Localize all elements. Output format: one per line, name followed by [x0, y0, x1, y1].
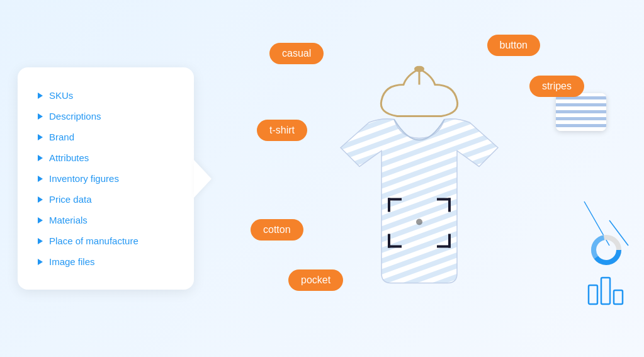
list-item-label: Brand [49, 132, 74, 142]
list-item-label: Place of manufacture [49, 235, 138, 246]
bar-chart-icon [587, 274, 625, 307]
main-container: SKUsDescriptionsBrandAttributesInventory… [0, 0, 644, 357]
svg-rect-9 [448, 198, 451, 212]
arrow-icon [38, 217, 43, 224]
arrow-icon [38, 93, 43, 99]
tshirt-area: casual button t-shirt stripes cotton poc… [194, 0, 644, 357]
list-item-image-files[interactable]: Image files [38, 251, 174, 272]
list-item-materials[interactable]: Materials [38, 210, 174, 230]
arrow-icon [38, 238, 43, 244]
svg-rect-5 [388, 198, 390, 212]
arrow-icon [38, 155, 43, 161]
list-card: SKUsDescriptionsBrandAttributesInventory… [18, 67, 194, 290]
list-item-place-of-manufacture[interactable]: Place of manufacture [38, 230, 174, 251]
list-item-label: Price data [49, 194, 92, 205]
stripes-swatch [556, 93, 606, 131]
tag-cotton: cotton [251, 219, 303, 241]
tag-pocket: pocket [288, 269, 343, 291]
chart-area [587, 232, 625, 307]
tag-stripes: stripes [529, 76, 584, 97]
svg-rect-11 [448, 234, 451, 247]
list-item-attributes[interactable]: Attributes [38, 147, 174, 168]
list-item-brand[interactable]: Brand [38, 127, 174, 147]
list-item-label: Image files [49, 256, 95, 267]
list-item-label: SKUs [49, 90, 73, 101]
svg-rect-16 [589, 285, 597, 304]
arrow-icon [38, 134, 43, 140]
svg-point-1 [414, 65, 424, 72]
svg-rect-17 [601, 278, 610, 304]
arrow-icon [38, 196, 43, 203]
svg-point-12 [416, 218, 422, 225]
tag-button: button [487, 35, 540, 56]
tshirt-image [322, 65, 517, 301]
tag-tshirt: t-shirt [257, 120, 307, 141]
tag-casual: casual [269, 43, 324, 64]
arrow-icon [38, 259, 43, 265]
svg-rect-7 [388, 234, 390, 247]
svg-rect-18 [614, 290, 623, 304]
list-item-descriptions[interactable]: Descriptions [38, 106, 174, 127]
list-item-inventory-figures[interactable]: Inventory figures [38, 168, 174, 189]
list-item-label: Inventory figures [49, 173, 119, 184]
list-item-skus[interactable]: SKUs [38, 85, 174, 106]
list-item-price-data[interactable]: Price data [38, 189, 174, 210]
arrow-icon [38, 176, 43, 182]
list-item-label: Descriptions [49, 111, 101, 122]
arrow-icon [38, 113, 43, 120]
list-item-label: Materials [49, 215, 88, 225]
donut-chart-icon [589, 232, 624, 268]
list-item-label: Attributes [49, 152, 89, 163]
